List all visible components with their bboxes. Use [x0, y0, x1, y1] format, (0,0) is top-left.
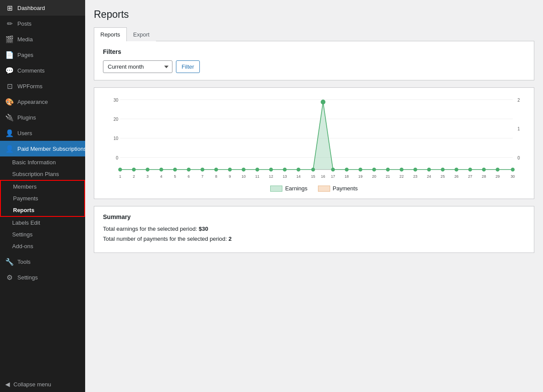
- sidebar-item-users[interactable]: 👤 Users: [0, 125, 85, 141]
- main-content: Reports Reports Export Filters Current m…: [85, 0, 543, 392]
- svg-text:14: 14: [296, 174, 301, 179]
- pms-icon: 👤: [5, 144, 14, 153]
- earnings-label: Total earnings for the selected period:: [103, 226, 197, 232]
- dot-29: [496, 168, 500, 172]
- sidebar-item-paid-member-subscriptions[interactable]: 👤 Paid Member Subscriptions ◀: [0, 141, 85, 156]
- svg-text:7: 7: [202, 174, 204, 179]
- sidebar-label-settings: Settings: [17, 274, 38, 281]
- svg-text:22: 22: [400, 174, 404, 179]
- media-icon: 🎬: [5, 35, 14, 43]
- tabs-bar: Reports Export: [94, 27, 534, 41]
- collapse-icon: ◀: [5, 381, 10, 388]
- svg-text:27: 27: [468, 174, 472, 179]
- submenu-item-basic-information[interactable]: Basic Information: [0, 156, 85, 168]
- legend-earnings-label: Earnings: [285, 185, 307, 192]
- dot-22: [400, 168, 404, 172]
- svg-text:24: 24: [427, 174, 431, 179]
- submenu-item-reports[interactable]: Reports: [1, 204, 84, 216]
- sidebar-item-posts[interactable]: ✏ Posts: [0, 16, 85, 31]
- tab-reports[interactable]: Reports: [94, 27, 127, 41]
- sidebar-item-dashboard[interactable]: ⊞ Dashboard: [0, 0, 85, 16]
- pages-icon: 📄: [5, 50, 14, 59]
- collapse-menu-button[interactable]: ◀ Collapse menu: [0, 376, 85, 392]
- payments-value: 2: [228, 236, 232, 242]
- dot-24: [427, 168, 431, 172]
- collapse-label: Collapse menu: [13, 381, 51, 388]
- legend-earnings: Earnings: [270, 185, 307, 192]
- submenu-item-members[interactable]: Members: [1, 181, 84, 193]
- plugins-icon: 🔌: [5, 113, 14, 122]
- sidebar-item-media[interactable]: 🎬 Media: [0, 31, 85, 47]
- submenu-item-payments[interactable]: Payments: [1, 193, 84, 204]
- dot-1: [118, 168, 122, 172]
- sidebar-item-settings[interactable]: ⚙ Settings: [0, 269, 85, 285]
- svg-text:2: 2: [133, 174, 135, 179]
- legend-payments-box: [318, 186, 330, 192]
- svg-text:30: 30: [510, 174, 515, 179]
- submenu-item-labels-edit[interactable]: Labels Edit: [0, 217, 85, 229]
- dot-18: [345, 168, 349, 172]
- summary-card: Summary Total earnings for the selected …: [94, 206, 534, 253]
- settings-icon: ⚙: [5, 273, 14, 282]
- svg-text:28: 28: [482, 174, 486, 179]
- dot-20: [372, 168, 376, 172]
- submenu-item-add-ons[interactable]: Add-ons: [0, 240, 85, 252]
- sidebar-label-plugins: Plugins: [17, 114, 36, 121]
- sidebar-item-wpforms[interactable]: ⊡ WPForms: [0, 78, 85, 94]
- sidebar-label-posts: Posts: [17, 20, 32, 27]
- filters-row: Current month Last month Last 7 days Las…: [103, 60, 525, 73]
- dot-26: [454, 168, 458, 172]
- dot-28: [482, 168, 486, 172]
- svg-text:9: 9: [229, 174, 231, 179]
- svg-text:30: 30: [113, 97, 118, 102]
- earnings-area: [120, 102, 513, 170]
- tab-export[interactable]: Export: [127, 27, 156, 41]
- summary-title: Summary: [103, 213, 525, 220]
- dot-17: [331, 168, 335, 172]
- svg-text:26: 26: [454, 174, 459, 179]
- svg-text:2: 2: [517, 97, 520, 102]
- period-select[interactable]: Current month Last month Last 7 days Las…: [103, 60, 172, 73]
- svg-text:11: 11: [255, 174, 259, 179]
- tools-icon: 🔧: [5, 257, 14, 266]
- payments-label: Total number of payments for the selecte…: [103, 236, 227, 242]
- submenu-highlighted-group: Members Payments Reports: [0, 180, 85, 217]
- sidebar-item-comments[interactable]: 💬 Comments: [0, 63, 85, 78]
- sidebar-item-tools[interactable]: 🔧 Tools: [0, 254, 85, 269]
- dot-25: [441, 168, 445, 172]
- dot-23: [414, 168, 417, 172]
- sidebar-item-pages[interactable]: 📄 Pages: [0, 47, 85, 63]
- sidebar-label-media: Media: [17, 36, 33, 43]
- sidebar-item-appearance[interactable]: 🎨 Appearance: [0, 94, 85, 110]
- dot-9: [228, 168, 232, 172]
- svg-text:1: 1: [517, 126, 520, 131]
- chart-card: 30 20 10 0 2 1 0: [94, 87, 534, 199]
- dot-21: [386, 168, 390, 172]
- svg-text:3: 3: [146, 174, 149, 179]
- svg-text:8: 8: [215, 174, 217, 179]
- svg-text:5: 5: [174, 174, 176, 179]
- dot-11: [255, 168, 259, 172]
- sidebar-label-pms: Paid Member Subscriptions: [17, 146, 85, 152]
- svg-text:15: 15: [311, 174, 315, 179]
- submenu-item-subscription-plans[interactable]: Subscription Plans: [0, 168, 85, 180]
- svg-text:10: 10: [113, 136, 118, 141]
- sidebar-label-tools: Tools: [17, 259, 30, 265]
- wpforms-icon: ⊡: [5, 82, 14, 90]
- filter-button[interactable]: Filter: [176, 60, 200, 73]
- sidebar-label-pages: Pages: [17, 52, 33, 58]
- sidebar-label-users: Users: [17, 130, 32, 136]
- svg-text:29: 29: [496, 174, 500, 179]
- svg-text:16: 16: [321, 174, 325, 179]
- sidebar-item-plugins[interactable]: 🔌 Plugins: [0, 110, 85, 125]
- page-title: Reports: [94, 9, 534, 20]
- svg-text:17: 17: [331, 174, 335, 179]
- dot-2: [132, 168, 136, 172]
- dot-14: [297, 168, 301, 172]
- appearance-icon: 🎨: [5, 97, 14, 106]
- sidebar: ⊞ Dashboard ✏ Posts 🎬 Media 📄 Pages 💬 Co…: [0, 0, 85, 392]
- content-area: Reports Reports Export Filters Current m…: [85, 0, 543, 392]
- svg-text:10: 10: [242, 174, 246, 179]
- sidebar-label-appearance: Appearance: [17, 99, 48, 105]
- submenu-item-settings[interactable]: Settings: [0, 229, 85, 240]
